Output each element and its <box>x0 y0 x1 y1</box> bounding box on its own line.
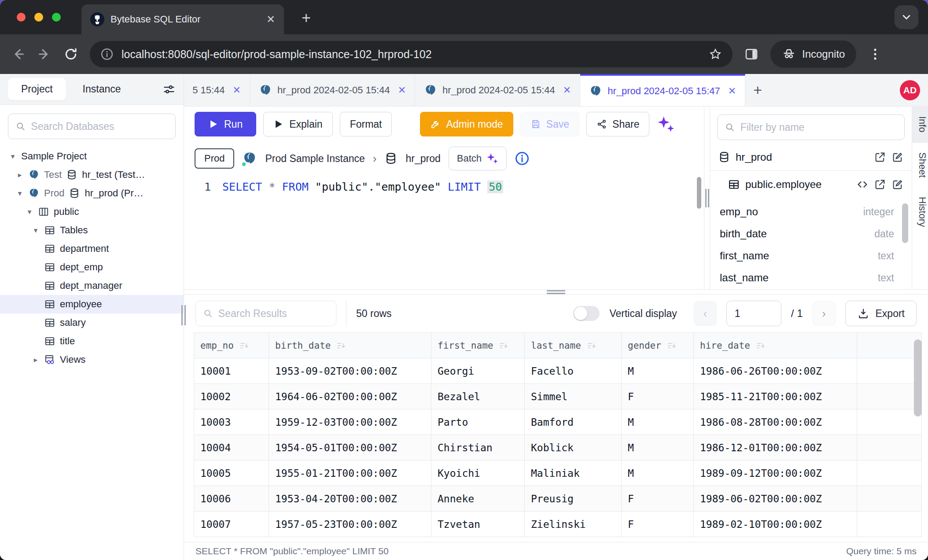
table-cell[interactable]: Anneke <box>431 486 525 512</box>
table-cell[interactable]: 1959-12-03T00:00:00Z <box>269 409 431 435</box>
table-cell[interactable]: M <box>622 435 694 461</box>
vertical-display-toggle[interactable] <box>573 306 600 321</box>
table-cell[interactable]: 1989-02-10T00:00:00Z <box>694 512 857 537</box>
table-cell[interactable]: 1989-09-12T00:00:00Z <box>694 461 857 486</box>
results-search-input[interactable] <box>218 308 329 320</box>
sort-icon[interactable] <box>498 340 509 351</box>
table-cell[interactable]: 10005 <box>194 461 269 486</box>
column-row[interactable]: last_name text <box>710 267 912 289</box>
site-info-icon[interactable] <box>100 48 114 61</box>
open-external-icon[interactable] <box>874 178 886 191</box>
instance-name[interactable]: Prod Sample Instance <box>265 153 365 165</box>
user-avatar[interactable]: AD <box>900 80 920 100</box>
table-cell[interactable]: 1986-12-01T00:00:00Z <box>694 435 857 461</box>
table-cell[interactable]: 1953-04-20T00:00:00Z <box>269 486 431 512</box>
bookmark-star-icon[interactable] <box>709 48 722 61</box>
table-cell[interactable]: M <box>622 358 694 384</box>
schema-filter-input[interactable] <box>740 122 897 133</box>
new-browser-tab-icon[interactable]: + <box>302 9 311 27</box>
tab-history[interactable]: History <box>912 187 928 236</box>
table-cell[interactable]: 10006 <box>194 486 269 512</box>
edit-icon[interactable] <box>891 151 904 163</box>
table-cell[interactable] <box>857 512 922 537</box>
sort-icon[interactable] <box>755 340 766 351</box>
table-cell[interactable]: M <box>622 409 694 435</box>
table-cell[interactable]: Facello <box>525 358 622 384</box>
table-cell[interactable] <box>857 409 922 435</box>
table-cell[interactable]: 1954-05-01T00:00:00Z <box>269 435 431 461</box>
back-icon[interactable] <box>11 47 26 62</box>
info-circle-icon[interactable] <box>515 151 530 166</box>
reload-icon[interactable] <box>63 47 78 62</box>
explain-button[interactable]: Explain <box>263 112 332 136</box>
close-tab-icon[interactable]: ✕ <box>563 85 571 96</box>
table-cell[interactable]: Kyoichi <box>431 461 525 486</box>
caret-right-icon[interactable]: ▸ <box>16 170 24 180</box>
tree-item-tables[interactable]: ▾ Tables <box>0 221 184 239</box>
side-panel-icon[interactable] <box>744 47 759 62</box>
column-header-last-name[interactable]: last_name <box>525 333 622 358</box>
run-button[interactable]: Run <box>195 112 256 136</box>
editor-tab-3[interactable]: hr_prod 2024-02-05 15:44 ✕ <box>415 74 580 106</box>
table-cell[interactable]: 10007 <box>194 512 269 537</box>
editor-tab-1[interactable]: 5 15:44 ✕ <box>184 74 250 106</box>
table-cell[interactable]: 10001 <box>194 358 269 384</box>
table-cell[interactable] <box>857 384 922 409</box>
table-cell[interactable]: 1964-06-02T00:00:00Z <box>269 384 431 409</box>
schema-filter[interactable] <box>717 114 905 140</box>
format-button[interactable]: Format <box>340 112 392 136</box>
table-cell[interactable]: F <box>622 486 694 512</box>
table-cell[interactable]: 1986-08-28T00:00:00Z <box>694 409 857 435</box>
close-tab-icon[interactable]: ✕ <box>233 85 241 96</box>
table-cell[interactable]: Chirstian <box>431 435 525 461</box>
table-cell[interactable]: Koblick <box>525 435 622 461</box>
results-scrollbar[interactable] <box>914 339 922 416</box>
table-cell[interactable]: 1985-11-21T00:00:00Z <box>694 384 857 409</box>
edit-icon[interactable] <box>891 178 904 191</box>
table-cell[interactable] <box>857 358 922 384</box>
column-header-gender[interactable]: gender <box>622 333 694 358</box>
maximize-window-button[interactable] <box>52 13 61 22</box>
new-editor-tab-icon[interactable]: + <box>745 74 770 106</box>
table-cell[interactable]: Zielinski <box>525 512 622 537</box>
column-header-first-name[interactable]: first_name <box>431 333 525 358</box>
save-button[interactable]: Save <box>520 112 579 136</box>
results-search[interactable] <box>195 301 336 326</box>
editor-scrollbar[interactable] <box>697 177 701 209</box>
close-tab-icon[interactable]: ✕ <box>728 85 736 97</box>
browser-tab[interactable]: Bytebase SQL Editor ✕ <box>81 4 284 34</box>
table-cell[interactable]: 1955-01-21T00:00:00Z <box>269 461 431 486</box>
tab-search-button[interactable] <box>895 5 918 29</box>
batch-button[interactable]: Batch <box>449 147 507 170</box>
caret-down-icon[interactable]: ▾ <box>9 152 17 161</box>
database-search-input[interactable] <box>31 121 168 133</box>
ai-sparkle-icon[interactable] <box>656 115 675 133</box>
tree-item-table-title[interactable]: title <box>0 332 184 350</box>
sidebar-resize-handle[interactable] <box>181 303 186 328</box>
table-cell[interactable]: Simmel <box>525 384 622 409</box>
page-input[interactable] <box>726 301 781 326</box>
vertical-splitter[interactable] <box>704 107 710 289</box>
admin-mode-button[interactable]: Admin mode <box>420 112 513 136</box>
caret-right-icon[interactable]: ▸ <box>32 355 40 365</box>
table-cell[interactable]: 1957-05-23T00:00:00Z <box>269 512 431 537</box>
table-cell[interactable]: 1989-06-02T00:00:00Z <box>694 486 857 512</box>
browser-tab-close-icon[interactable]: ✕ <box>266 13 275 26</box>
tree-item-sample-project[interactable]: ▾ Sample Project <box>0 147 184 166</box>
table-cell[interactable]: Tzvetan <box>431 512 525 537</box>
table-cell[interactable]: F <box>622 512 694 537</box>
caret-down-icon[interactable]: ▾ <box>16 189 24 198</box>
column-row[interactable]: birth_date date <box>710 223 912 245</box>
open-external-icon[interactable] <box>874 151 886 163</box>
table-cell[interactable]: Preusig <box>525 486 622 512</box>
table-cell[interactable] <box>857 486 922 512</box>
caret-down-icon[interactable]: ▾ <box>26 207 33 217</box>
table-cell[interactable]: Georgi <box>431 358 525 384</box>
schema-database-row[interactable]: hr_prod <box>710 144 912 171</box>
horizontal-splitter[interactable] <box>184 289 928 295</box>
tab-project[interactable]: Project <box>8 78 66 100</box>
prev-page-button[interactable]: ‹ <box>694 301 717 326</box>
tree-item-table-dept-emp[interactable]: dept_emp <box>0 258 184 276</box>
table-cell[interactable]: 10003 <box>194 409 269 435</box>
table-cell[interactable]: Bamford <box>525 409 622 435</box>
